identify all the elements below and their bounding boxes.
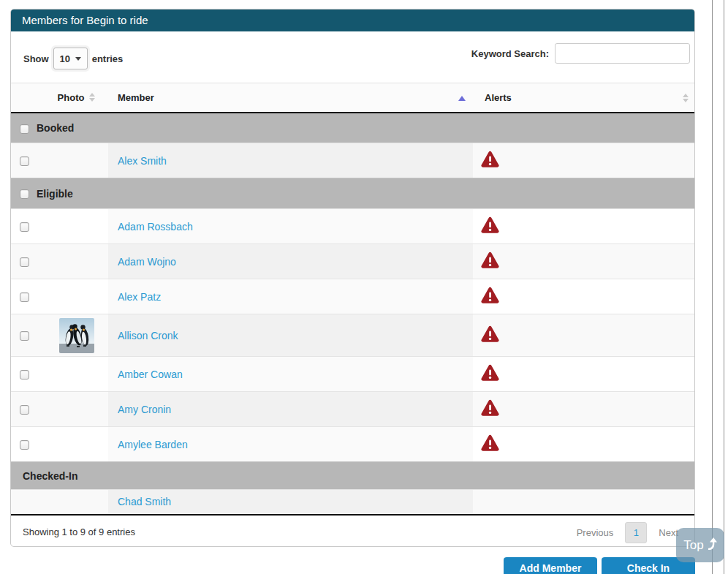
page-right-border-line bbox=[712, 0, 713, 574]
photo-cell bbox=[45, 392, 108, 427]
member-cell: Chad Smith bbox=[108, 490, 473, 515]
alerts-cell bbox=[473, 314, 694, 357]
top-button-label: Top bbox=[683, 538, 703, 553]
previous-page-button[interactable]: Previous bbox=[569, 521, 621, 544]
scroll-to-top-button[interactable]: Top bbox=[676, 528, 724, 562]
entries-select-value: 10 bbox=[59, 53, 69, 64]
row-checkbox[interactable] bbox=[20, 331, 29, 341]
member-cell: Allison Cronk bbox=[108, 314, 473, 357]
photo-cell bbox=[45, 427, 108, 462]
members-panel: Members for Begin to ride Show 10 entrie… bbox=[10, 9, 695, 547]
member-photo bbox=[59, 328, 94, 340]
page-length-control: Show 10 entries bbox=[23, 48, 123, 69]
page-number-button[interactable]: 1 bbox=[625, 522, 647, 543]
member-cell: Alex Patz bbox=[108, 279, 473, 314]
member-row: Alex Patz bbox=[11, 279, 694, 314]
header-member[interactable]: Member bbox=[108, 83, 473, 113]
member-name-link[interactable]: Amylee Barden bbox=[118, 439, 188, 450]
row-checkbox[interactable] bbox=[20, 440, 29, 450]
member-row: Adam Wojno bbox=[11, 244, 694, 279]
entries-select[interactable]: 10 bbox=[53, 48, 88, 69]
member-row: Amy Cronin bbox=[11, 392, 694, 427]
member-name-link[interactable]: Allison Cronk bbox=[118, 330, 178, 341]
member-cell: Amy Cronin bbox=[108, 392, 473, 427]
header-photo[interactable]: Photo bbox=[45, 83, 108, 113]
member-row: Alex Smith bbox=[11, 143, 694, 178]
chevron-down-icon bbox=[75, 57, 81, 61]
checkbox-cell bbox=[11, 357, 45, 392]
alert-warning-icon[interactable] bbox=[480, 325, 500, 345]
sort-both-icon bbox=[683, 94, 689, 102]
member-row: Chad Smith bbox=[11, 490, 694, 515]
checkbox-cell bbox=[11, 279, 45, 314]
alert-warning-icon[interactable] bbox=[480, 216, 500, 236]
alert-warning-icon[interactable] bbox=[480, 287, 500, 306]
page: Members for Begin to ride Show 10 entrie… bbox=[0, 0, 728, 574]
photo-cell bbox=[45, 314, 108, 357]
header-alerts[interactable]: Alerts bbox=[473, 83, 694, 113]
alert-warning-icon[interactable] bbox=[480, 434, 500, 454]
photo-cell bbox=[45, 357, 108, 392]
row-checkbox[interactable] bbox=[20, 189, 29, 199]
row-checkbox[interactable] bbox=[20, 222, 29, 232]
group-label: Booked bbox=[37, 122, 74, 134]
sort-asc-icon bbox=[458, 96, 466, 101]
member-name-link[interactable]: Alex Patz bbox=[118, 291, 161, 303]
member-name-link[interactable]: Adam Rossbach bbox=[118, 221, 193, 233]
group-header-row: Eligible bbox=[11, 178, 694, 209]
checkbox-cell bbox=[11, 143, 45, 178]
alert-warning-icon[interactable] bbox=[480, 151, 500, 170]
alerts-cell bbox=[473, 244, 694, 279]
entries-label: entries bbox=[92, 53, 124, 64]
table-body: BookedAlex SmithEligibleAdam RossbachAda… bbox=[11, 113, 694, 515]
member-cell: Adam Rossbach bbox=[108, 209, 473, 244]
photo-cell bbox=[45, 209, 108, 244]
table-controls: Show 10 entries Keyword Search: bbox=[11, 31, 694, 83]
member-cell: Amber Cowan bbox=[108, 357, 473, 392]
alert-warning-icon[interactable] bbox=[480, 252, 500, 271]
checkbox-cell bbox=[11, 244, 45, 279]
sort-both-icon bbox=[89, 93, 95, 102]
member-row: Adam Rossbach bbox=[11, 209, 694, 244]
arrow-up-icon bbox=[707, 537, 717, 554]
row-checkbox[interactable] bbox=[20, 370, 29, 379]
checkbox-cell bbox=[11, 209, 45, 244]
pagination: Previous 1 Next bbox=[569, 521, 686, 544]
keyword-search-label: Keyword Search: bbox=[471, 48, 549, 59]
entries-info: Showing 1 to 9 of 9 entries bbox=[23, 526, 135, 537]
alert-warning-icon[interactable] bbox=[480, 399, 500, 419]
row-checkbox[interactable] bbox=[20, 292, 29, 302]
members-table: Photo Member Alerts bbox=[11, 83, 694, 516]
row-checkbox[interactable] bbox=[20, 257, 29, 267]
alerts-cell bbox=[473, 427, 694, 462]
alert-warning-icon[interactable] bbox=[480, 364, 500, 384]
group-header-row: Booked bbox=[11, 113, 694, 143]
row-checkbox[interactable] bbox=[20, 405, 29, 415]
member-row: Amber Cowan bbox=[11, 357, 694, 392]
member-name-link[interactable]: Adam Wojno bbox=[118, 256, 176, 268]
member-name-link[interactable]: Chad Smith bbox=[118, 496, 171, 507]
alerts-cell bbox=[473, 357, 694, 392]
alerts-cell bbox=[473, 209, 694, 244]
member-cell: Alex Smith bbox=[108, 143, 473, 178]
row-checkbox[interactable] bbox=[20, 124, 29, 134]
alerts-cell bbox=[473, 143, 694, 178]
show-label: Show bbox=[23, 53, 49, 64]
member-row: Allison Cronk bbox=[11, 314, 694, 357]
action-buttons: Add Member Check In bbox=[504, 557, 695, 574]
photo-cell bbox=[45, 143, 108, 178]
header-photo-label: Photo bbox=[58, 92, 85, 103]
group-header-row: Checked-In bbox=[11, 462, 694, 490]
row-checkbox[interactable] bbox=[20, 156, 29, 166]
member-cell: Adam Wojno bbox=[108, 244, 473, 279]
member-name-link[interactable]: Amber Cowan bbox=[118, 369, 183, 380]
add-member-button[interactable]: Add Member bbox=[504, 557, 597, 574]
panel-title: Members for Begin to ride bbox=[11, 10, 694, 31]
photo-cell bbox=[45, 490, 108, 515]
member-name-link[interactable]: Amy Cronin bbox=[118, 404, 171, 415]
group-label: Checked-In bbox=[23, 470, 77, 482]
photo-cell bbox=[45, 279, 108, 314]
header-member-label: Member bbox=[118, 92, 154, 103]
keyword-search-input[interactable] bbox=[555, 43, 690, 64]
member-name-link[interactable]: Alex Smith bbox=[118, 155, 167, 167]
